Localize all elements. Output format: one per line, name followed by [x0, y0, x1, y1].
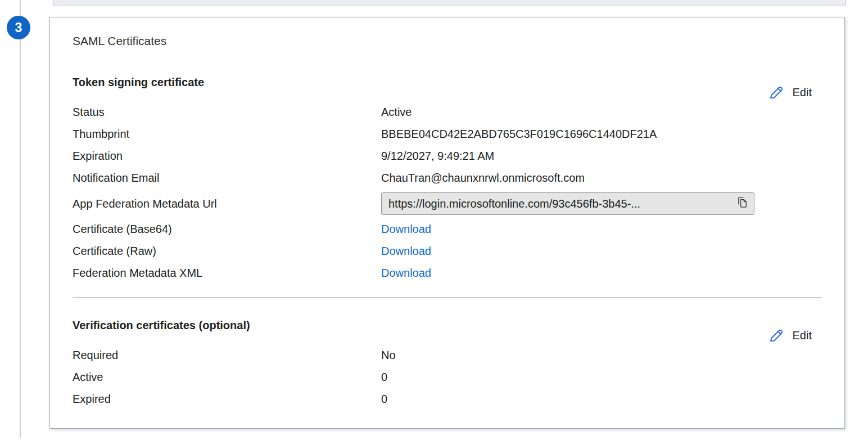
download-certificate-raw-link[interactable]: Download — [381, 245, 431, 258]
previous-card-remnant — [53, 0, 846, 6]
row-certificate-base64: Certificate (Base64) Download — [73, 218, 822, 240]
row-label: Active — [73, 371, 381, 384]
row-label: App Federation Metadata Url — [73, 197, 381, 210]
download-certificate-base64-link[interactable]: Download — [381, 223, 431, 236]
row-label: Notification Email — [73, 172, 381, 185]
row-label: Federation Metadata XML — [73, 267, 381, 280]
row-label: Expiration — [73, 150, 381, 163]
saml-certificates-card: SAML Certificates Token signing certific… — [49, 17, 845, 429]
row-active-count: Active 0 — [73, 366, 822, 388]
status-value: Active — [381, 106, 412, 119]
verification-rows: Required No Active 0 Expired 0 — [73, 344, 822, 410]
expired-count-value: 0 — [381, 393, 387, 406]
metadata-url-value: https://login.microsoftonline.com/93c456… — [388, 197, 640, 210]
row-required: Required No — [73, 344, 822, 366]
pencil-icon — [768, 327, 785, 344]
thumbprint-value: BBEBE04CD42E2ABD765C3F019C1696C1440DF21A — [381, 128, 657, 141]
edit-button-label: Edit — [793, 329, 812, 342]
row-label: Status — [73, 106, 381, 119]
row-label: Certificate (Base64) — [73, 223, 381, 236]
row-label: Certificate (Raw) — [73, 245, 381, 258]
step-3-badge: 3 — [7, 16, 30, 39]
download-federation-metadata-xml-link[interactable]: Download — [381, 267, 431, 280]
row-thumbprint: Thumbprint BBEBE04CD42E2ABD765C3F019C169… — [73, 123, 822, 145]
required-value: No — [381, 349, 396, 362]
row-label: Expired — [73, 393, 381, 406]
section-divider — [73, 297, 822, 298]
page: 3 SAML Certificates Token signing certif… — [0, 0, 868, 440]
row-notification-email: Notification Email ChauTran@chaunxnrwl.o… — [73, 167, 822, 189]
section-heading: Token signing certificate — [73, 76, 822, 89]
edit-button-label: Edit — [793, 86, 812, 99]
row-expiration: Expiration 9/12/2027, 9:49:21 AM — [73, 145, 822, 167]
active-count-value: 0 — [381, 371, 387, 384]
pencil-icon — [768, 84, 785, 101]
token-signing-certificate-header: Token signing certificate Edit — [73, 76, 822, 89]
row-expired-count: Expired 0 — [73, 388, 822, 410]
row-status: Status Active — [73, 101, 822, 123]
section-heading: Verification certificates (optional) — [73, 319, 822, 332]
card-title: SAML Certificates — [73, 33, 822, 49]
expiration-value: 9/12/2027, 9:49:21 AM — [381, 150, 494, 163]
row-label: Required — [73, 349, 381, 362]
stepper-line — [20, 0, 21, 438]
row-label: Thumbprint — [73, 128, 381, 141]
edit-verification-certificates-button[interactable]: Edit — [768, 327, 812, 344]
row-app-federation-metadata-url: App Federation Metadata Url https://logi… — [73, 189, 822, 218]
notification-email-value: ChauTran@chaunxnrwl.onmicrosoft.com — [381, 172, 585, 185]
metadata-url-field[interactable]: https://login.microsoftonline.com/93c456… — [381, 192, 754, 215]
row-certificate-raw: Certificate (Raw) Download — [73, 240, 822, 262]
row-federation-metadata-xml: Federation Metadata XML Download — [73, 262, 822, 284]
copy-icon[interactable] — [736, 196, 749, 212]
verification-certificates-header: Verification certificates (optional) Edi… — [73, 319, 822, 332]
edit-token-signing-button[interactable]: Edit — [768, 84, 812, 101]
token-signing-rows: Status Active Thumbprint BBEBE04CD42E2AB… — [73, 101, 822, 284]
step-number: 3 — [15, 20, 22, 35]
